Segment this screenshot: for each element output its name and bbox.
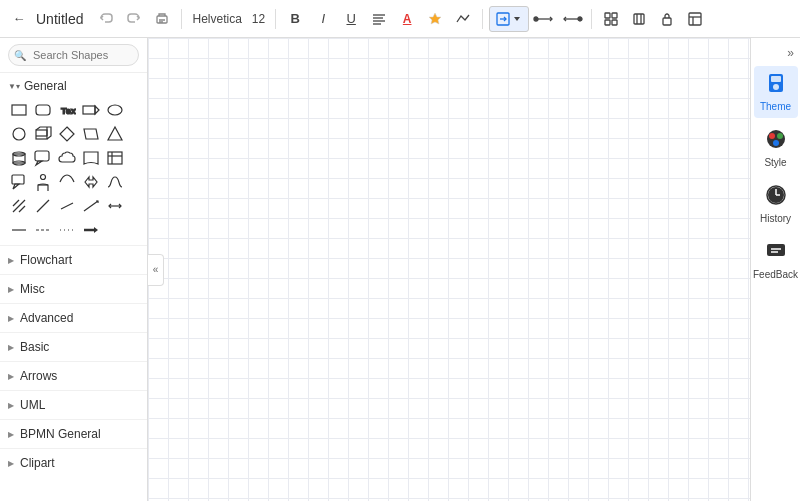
category-general: ▾ General Text: [0, 73, 147, 245]
shape-circle[interactable]: [8, 123, 30, 145]
print-button[interactable]: [149, 6, 175, 32]
shape-arc[interactable]: [56, 171, 78, 193]
shape-thick-arrow[interactable]: [80, 219, 102, 241]
shape-cylinder[interactable]: [8, 147, 30, 169]
connection-style-button[interactable]: [489, 6, 529, 32]
toolbar-separator-3: [482, 9, 483, 29]
bold-button[interactable]: B: [282, 6, 308, 32]
shape-s-curve[interactable]: [104, 171, 126, 193]
undo-button[interactable]: [93, 6, 119, 32]
search-shapes-container: [0, 38, 147, 73]
line-style-button[interactable]: [450, 6, 476, 32]
chevron-down-icon: ▾: [8, 82, 20, 91]
right-panel-feedback[interactable]: FeedBack: [754, 234, 798, 286]
shape-document[interactable]: [80, 147, 102, 169]
category-arrows[interactable]: ▶ Arrows: [0, 361, 147, 390]
collapse-panel-button[interactable]: «: [148, 254, 164, 286]
general-shapes-grid: Text: [8, 97, 139, 243]
shape-internal-storage[interactable]: [104, 147, 126, 169]
font-name[interactable]: Helvetica: [188, 12, 245, 26]
shape-line-connector[interactable]: [8, 219, 30, 241]
category-bpmn[interactable]: ▶ BPMN General: [0, 419, 147, 448]
chevron-right-icon-clipart: ▶: [8, 459, 14, 468]
underline-button[interactable]: U: [338, 6, 364, 32]
shape-line-3[interactable]: [80, 195, 102, 217]
category-advanced-label: Advanced: [20, 311, 73, 325]
chevron-right-icon-basic: ▶: [8, 343, 14, 352]
shape-diagonal-line-2[interactable]: [56, 195, 78, 217]
shape-text[interactable]: Text: [56, 99, 78, 121]
category-arrows-label: Arrows: [20, 369, 57, 383]
font-color-button[interactable]: A: [394, 6, 420, 32]
svg-rect-24: [12, 105, 26, 115]
fill-color-button[interactable]: [422, 6, 448, 32]
svg-point-67: [773, 140, 779, 146]
category-basic[interactable]: ▶ Basic: [0, 332, 147, 361]
category-clipart[interactable]: ▶ Clipart: [0, 448, 147, 477]
svg-rect-13: [605, 13, 610, 18]
font-size[interactable]: 12: [248, 12, 269, 26]
shape-speech-bubble[interactable]: [32, 147, 54, 169]
theme-icon: [765, 72, 787, 99]
shapes-list: ▾ General Text: [0, 73, 147, 501]
align-button[interactable]: [366, 6, 392, 32]
redo-button[interactable]: [121, 6, 147, 32]
category-general-header[interactable]: ▾ General: [8, 79, 139, 93]
shape-rounded-rect[interactable]: [32, 99, 54, 121]
svg-point-66: [777, 133, 783, 139]
history-icon: [765, 184, 787, 211]
shape-cloud[interactable]: [56, 147, 78, 169]
svg-rect-14: [612, 13, 617, 18]
toolbar-separator-2: [275, 9, 276, 29]
shape-3d-rect[interactable]: [32, 123, 54, 145]
back-icon[interactable]: ←: [6, 6, 32, 32]
category-advanced[interactable]: ▶ Advanced: [0, 303, 147, 332]
italic-button[interactable]: I: [310, 6, 336, 32]
shape-rectangle[interactable]: [8, 99, 30, 121]
shape-label[interactable]: [80, 99, 102, 121]
right-panel-theme[interactable]: Theme: [754, 66, 798, 118]
category-misc[interactable]: ▶ Misc: [0, 274, 147, 303]
shape-diamond[interactable]: [56, 123, 78, 145]
svg-point-9: [534, 17, 538, 21]
svg-text:Text: Text: [61, 106, 76, 116]
shape-triangle[interactable]: [104, 123, 126, 145]
svg-rect-27: [83, 106, 95, 114]
right-panel-history[interactable]: History: [754, 178, 798, 230]
shape-double-arrow[interactable]: [80, 171, 102, 193]
category-uml[interactable]: ▶ UML: [0, 390, 147, 419]
svg-rect-20: [663, 18, 671, 25]
frame-button[interactable]: [598, 6, 624, 32]
right-panel-style[interactable]: Style: [754, 122, 798, 174]
lock-button[interactable]: [654, 6, 680, 32]
canvas-area[interactable]: «: [148, 38, 750, 501]
shape-resize[interactable]: [8, 195, 30, 217]
shape-ellipse[interactable]: [104, 99, 126, 121]
left-panel: ▾ General Text: [0, 38, 148, 501]
shape-diagonal-line[interactable]: [32, 195, 54, 217]
theme-label: Theme: [760, 101, 791, 112]
shape-parallelogram[interactable]: [80, 123, 102, 145]
category-clipart-label: Clipart: [20, 456, 55, 470]
svg-rect-31: [36, 130, 47, 139]
main-content: ▾ General Text: [0, 38, 800, 501]
chevron-right-icon: ▶: [8, 256, 14, 265]
waypoint-right-button[interactable]: [559, 6, 585, 32]
category-flowchart[interactable]: ▶ Flowchart: [0, 245, 147, 274]
table-button[interactable]: [682, 6, 708, 32]
shape-dashed-line[interactable]: [32, 219, 54, 241]
expand-icon[interactable]: »: [787, 46, 794, 60]
svg-marker-34: [60, 127, 74, 141]
shape-person[interactable]: [32, 171, 54, 193]
shape-callout[interactable]: [8, 171, 30, 193]
waypoint-left-button[interactable]: [531, 6, 557, 32]
search-input[interactable]: [8, 44, 139, 66]
svg-point-65: [769, 133, 775, 139]
feedback-icon: [765, 240, 787, 267]
svg-line-52: [37, 200, 49, 212]
extra-button-1[interactable]: [626, 6, 652, 32]
shape-bidirectional-arrow[interactable]: [104, 195, 126, 217]
svg-line-49: [13, 200, 25, 212]
category-misc-label: Misc: [20, 282, 45, 296]
shape-dotted-line[interactable]: [56, 219, 78, 241]
